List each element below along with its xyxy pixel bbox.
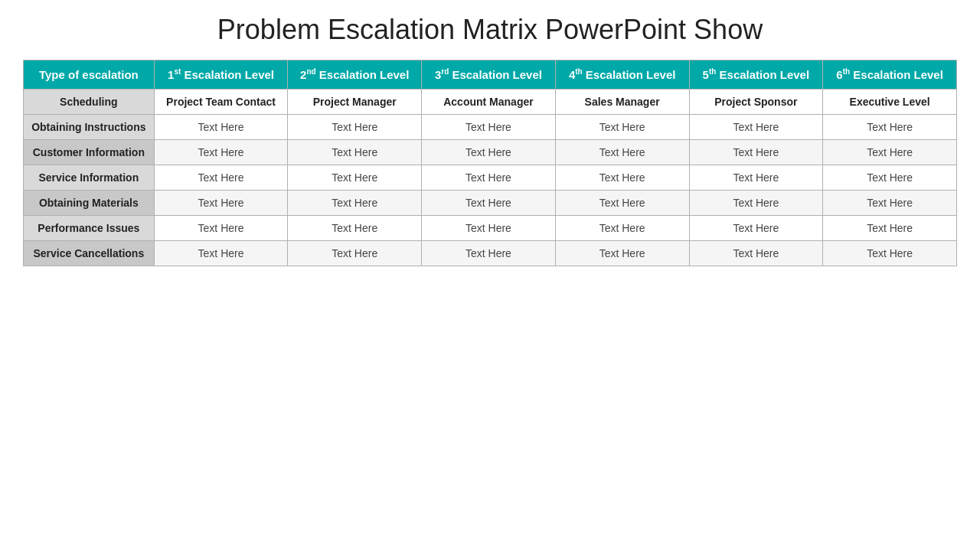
cell-customer-information-col3: Text Here	[422, 139, 556, 165]
cell-obtaining-instructions-col4: Text Here	[555, 114, 689, 139]
header-col-5: 5th Escalation Level	[689, 60, 823, 90]
cell-customer-information-col4: Text Here	[555, 139, 689, 165]
row-header-service-cancellations: Service Cancellations	[24, 240, 155, 266]
cell-performance-issues-col3: Text Here	[422, 215, 556, 240]
cell-service-information-col3: Text Here	[422, 165, 556, 190]
cell-obtaining-materials-col4: Text Here	[555, 190, 689, 215]
cell-service-information-col5: Text Here	[689, 165, 823, 190]
header-col-1: 1st Escalation Level	[154, 60, 288, 90]
row-header-service-information: Service Information	[24, 165, 155, 190]
cell-customer-information-col1: Text Here	[154, 139, 288, 165]
row-header-scheduling: Scheduling	[24, 89, 155, 114]
row-header-performance-issues: Performance Issues	[24, 215, 155, 240]
cell-performance-issues-col1: Text Here	[154, 215, 288, 240]
header-col-type: Type of escalation	[24, 60, 155, 90]
escalation-matrix: Type of escalation 1st Escalation Level …	[23, 60, 957, 266]
row-scheduling: SchedulingProject Team ContactProject Ma…	[24, 89, 957, 114]
cell-performance-issues-col6: Text Here	[823, 215, 957, 240]
cell-service-cancellations-col6: Text Here	[823, 240, 957, 266]
cell-performance-issues-col2: Text Here	[288, 215, 422, 240]
cell-obtaining-instructions-col6: Text Here	[823, 114, 957, 139]
cell-scheduling-col6: Executive Level	[823, 89, 957, 114]
cell-service-cancellations-col5: Text Here	[689, 240, 823, 266]
cell-obtaining-materials-col3: Text Here	[422, 190, 556, 215]
row-header-customer-information: Customer Information	[24, 139, 155, 165]
cell-service-cancellations-col4: Text Here	[555, 240, 689, 266]
header-row: Type of escalation 1st Escalation Level …	[24, 60, 957, 90]
cell-service-information-col4: Text Here	[555, 165, 689, 190]
cell-service-information-col1: Text Here	[154, 165, 288, 190]
row-customer-information: Customer InformationText HereText HereTe…	[24, 139, 957, 165]
row-header-obtaining-materials: Obtaining Materials	[24, 190, 155, 215]
header-col-4: 4th Escalation Level	[555, 60, 689, 90]
cell-scheduling-col3: Account Manager	[422, 89, 556, 114]
row-performance-issues: Performance IssuesText HereText HereText…	[24, 215, 957, 240]
cell-customer-information-col2: Text Here	[288, 139, 422, 165]
cell-scheduling-col5: Project Sponsor	[689, 89, 823, 114]
cell-obtaining-materials-col2: Text Here	[288, 190, 422, 215]
cell-service-cancellations-col1: Text Here	[154, 240, 288, 266]
cell-obtaining-instructions-col3: Text Here	[422, 114, 556, 139]
cell-obtaining-instructions-col5: Text Here	[689, 114, 823, 139]
row-obtaining-materials: Obtaining MaterialsText HereText HereTex…	[24, 190, 957, 215]
page-title: Problem Escalation Matrix PowerPoint Sho…	[217, 14, 763, 46]
header-col-6: 6th Escalation Level	[823, 60, 957, 90]
cell-obtaining-materials-col1: Text Here	[154, 190, 288, 215]
cell-performance-issues-col4: Text Here	[555, 215, 689, 240]
cell-scheduling-col2: Project Manager	[288, 89, 422, 114]
cell-obtaining-materials-col6: Text Here	[823, 190, 957, 215]
header-col-2: 2nd Escalation Level	[288, 60, 422, 90]
row-service-cancellations: Service CancellationsText HereText HereT…	[24, 240, 957, 266]
cell-customer-information-col6: Text Here	[823, 139, 957, 165]
cell-scheduling-col1: Project Team Contact	[154, 89, 288, 114]
cell-scheduling-col4: Sales Manager	[555, 89, 689, 114]
row-obtaining-instructions: Obtaining InstructionsText HereText Here…	[24, 114, 957, 139]
row-service-information: Service InformationText HereText HereTex…	[24, 165, 957, 190]
cell-performance-issues-col5: Text Here	[689, 215, 823, 240]
row-header-obtaining-instructions: Obtaining Instructions	[24, 114, 155, 139]
cell-obtaining-materials-col5: Text Here	[689, 190, 823, 215]
cell-service-information-col2: Text Here	[288, 165, 422, 190]
cell-obtaining-instructions-col2: Text Here	[288, 114, 422, 139]
header-col-3: 3rd Escalation Level	[422, 60, 556, 90]
cell-service-cancellations-col2: Text Here	[288, 240, 422, 266]
cell-service-information-col6: Text Here	[823, 165, 957, 190]
cell-customer-information-col5: Text Here	[689, 139, 823, 165]
cell-service-cancellations-col3: Text Here	[422, 240, 556, 266]
cell-obtaining-instructions-col1: Text Here	[154, 114, 288, 139]
